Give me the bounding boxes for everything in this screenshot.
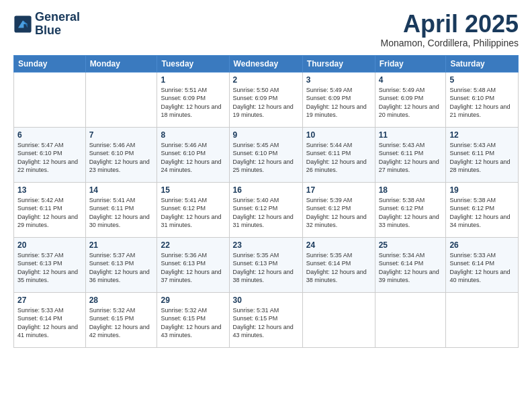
- sunrise-text: Sunrise: 5:43 AM: [379, 141, 443, 150]
- calendar-week-4: 20Sunrise: 5:37 AMSunset: 6:13 PMDayligh…: [14, 237, 519, 292]
- day-info: Sunrise: 5:46 AMSunset: 6:10 PMDaylight:…: [161, 141, 225, 175]
- header-thursday: Thursday: [302, 55, 375, 72]
- header-saturday: Saturday: [446, 55, 519, 72]
- sunrise-text: Sunrise: 5:49 AM: [306, 86, 371, 95]
- sunset-text: Sunset: 6:13 PM: [89, 259, 154, 268]
- day-number: 15: [161, 185, 225, 195]
- daylight-text: Daylight: 12 hours and 21 minutes.: [449, 103, 515, 120]
- calendar-cell: 26Sunrise: 5:33 AMSunset: 6:14 PMDayligh…: [446, 237, 519, 292]
- day-info: Sunrise: 5:41 AMSunset: 6:12 PMDaylight:…: [161, 196, 225, 230]
- sunset-text: Sunset: 6:09 PM: [161, 94, 225, 103]
- day-number: 24: [306, 240, 371, 250]
- day-info: Sunrise: 5:46 AMSunset: 6:10 PMDaylight:…: [89, 141, 154, 175]
- calendar-cell: 7Sunrise: 5:46 AMSunset: 6:10 PMDaylight…: [85, 127, 157, 182]
- sunset-text: Sunset: 6:12 PM: [379, 204, 443, 213]
- calendar-cell: 11Sunrise: 5:43 AMSunset: 6:11 PMDayligh…: [375, 127, 446, 182]
- sunset-text: Sunset: 6:14 PM: [449, 259, 515, 268]
- day-info: Sunrise: 5:32 AMSunset: 6:15 PMDaylight:…: [89, 306, 154, 340]
- daylight-text: Daylight: 12 hours and 43 minutes.: [161, 323, 225, 340]
- sunrise-text: Sunrise: 5:44 AM: [306, 141, 371, 150]
- calendar-cell: 15Sunrise: 5:41 AMSunset: 6:12 PMDayligh…: [157, 182, 229, 237]
- day-info: Sunrise: 5:40 AMSunset: 6:12 PMDaylight:…: [233, 196, 299, 230]
- day-number: 25: [379, 240, 443, 250]
- day-info: Sunrise: 5:49 AMSunset: 6:09 PMDaylight:…: [306, 86, 371, 120]
- header-friday: Friday: [375, 55, 446, 72]
- calendar-table: Sunday Monday Tuesday Wednesday Thursday…: [13, 55, 519, 348]
- sunrise-text: Sunrise: 5:38 AM: [449, 196, 515, 205]
- calendar-cell: 20Sunrise: 5:37 AMSunset: 6:13 PMDayligh…: [14, 237, 86, 292]
- daylight-text: Daylight: 12 hours and 24 minutes.: [161, 158, 225, 175]
- sunrise-text: Sunrise: 5:40 AM: [233, 196, 299, 205]
- title-block: April 2025 Monamon, Cordillera, Philippi…: [381, 11, 519, 48]
- sunset-text: Sunset: 6:12 PM: [306, 204, 371, 213]
- calendar-cell: [14, 72, 86, 127]
- day-info: Sunrise: 5:37 AMSunset: 6:13 PMDaylight:…: [17, 251, 82, 285]
- day-info: Sunrise: 5:50 AMSunset: 6:09 PMDaylight:…: [233, 86, 299, 120]
- day-info: Sunrise: 5:35 AMSunset: 6:13 PMDaylight:…: [233, 251, 299, 285]
- daylight-text: Daylight: 12 hours and 41 minutes.: [17, 323, 82, 340]
- calendar-cell: [302, 292, 375, 347]
- day-info: Sunrise: 5:43 AMSunset: 6:11 PMDaylight:…: [379, 141, 443, 175]
- sunrise-text: Sunrise: 5:35 AM: [306, 251, 371, 260]
- day-info: Sunrise: 5:47 AMSunset: 6:10 PMDaylight:…: [17, 141, 82, 175]
- day-info: Sunrise: 5:43 AMSunset: 6:11 PMDaylight:…: [449, 141, 515, 175]
- day-info: Sunrise: 5:39 AMSunset: 6:12 PMDaylight:…: [306, 196, 371, 230]
- day-number: 10: [306, 130, 371, 140]
- day-number: 20: [17, 240, 82, 250]
- day-info: Sunrise: 5:36 AMSunset: 6:13 PMDaylight:…: [161, 251, 225, 285]
- header-sunday: Sunday: [14, 55, 86, 72]
- calendar-cell: [446, 292, 519, 347]
- day-info: Sunrise: 5:44 AMSunset: 6:11 PMDaylight:…: [306, 141, 371, 175]
- sunrise-text: Sunrise: 5:31 AM: [233, 306, 299, 315]
- sunrise-text: Sunrise: 5:37 AM: [89, 251, 154, 260]
- daylight-text: Daylight: 12 hours and 19 minutes.: [306, 103, 371, 120]
- daylight-text: Daylight: 12 hours and 25 minutes.: [233, 158, 299, 175]
- day-info: Sunrise: 5:42 AMSunset: 6:11 PMDaylight:…: [17, 196, 82, 230]
- calendar-cell: 23Sunrise: 5:35 AMSunset: 6:13 PMDayligh…: [229, 237, 302, 292]
- daylight-text: Daylight: 12 hours and 29 minutes.: [17, 213, 82, 230]
- daylight-text: Daylight: 12 hours and 37 minutes.: [161, 268, 225, 285]
- day-number: 26: [449, 240, 515, 250]
- day-number: 2: [233, 75, 299, 85]
- day-info: Sunrise: 5:33 AMSunset: 6:14 PMDaylight:…: [17, 306, 82, 340]
- day-number: 19: [449, 185, 515, 195]
- calendar-cell: 10Sunrise: 5:44 AMSunset: 6:11 PMDayligh…: [302, 127, 375, 182]
- day-number: 23: [233, 240, 299, 250]
- calendar-cell: [375, 292, 446, 347]
- sunrise-text: Sunrise: 5:51 AM: [161, 86, 225, 95]
- sunrise-text: Sunrise: 5:37 AM: [17, 251, 82, 260]
- day-number: 28: [89, 295, 154, 305]
- header-tuesday: Tuesday: [157, 55, 229, 72]
- day-info: Sunrise: 5:41 AMSunset: 6:11 PMDaylight:…: [89, 196, 154, 230]
- daylight-text: Daylight: 12 hours and 23 minutes.: [89, 158, 154, 175]
- daylight-text: Daylight: 12 hours and 28 minutes.: [449, 158, 515, 175]
- sunset-text: Sunset: 6:13 PM: [233, 259, 299, 268]
- calendar-cell: 4Sunrise: 5:49 AMSunset: 6:09 PMDaylight…: [375, 72, 446, 127]
- sunrise-text: Sunrise: 5:46 AM: [161, 141, 225, 150]
- daylight-text: Daylight: 12 hours and 22 minutes.: [17, 158, 82, 175]
- calendar-week-5: 27Sunrise: 5:33 AMSunset: 6:14 PMDayligh…: [14, 292, 519, 347]
- day-number: 17: [306, 185, 371, 195]
- day-number: 13: [17, 185, 82, 195]
- sunrise-text: Sunrise: 5:41 AM: [89, 196, 154, 205]
- sunrise-text: Sunrise: 5:43 AM: [449, 141, 515, 150]
- day-number: 27: [17, 295, 82, 305]
- sunset-text: Sunset: 6:15 PM: [161, 314, 225, 323]
- sunrise-text: Sunrise: 5:36 AM: [161, 251, 225, 260]
- sunset-text: Sunset: 6:10 PM: [17, 149, 82, 158]
- sunset-text: Sunset: 6:12 PM: [449, 204, 515, 213]
- daylight-text: Daylight: 12 hours and 35 minutes.: [17, 268, 82, 285]
- day-info: Sunrise: 5:38 AMSunset: 6:12 PMDaylight:…: [379, 196, 443, 230]
- daylight-text: Daylight: 12 hours and 42 minutes.: [89, 323, 154, 340]
- daylight-text: Daylight: 12 hours and 31 minutes.: [161, 213, 225, 230]
- sunrise-text: Sunrise: 5:38 AM: [379, 196, 443, 205]
- daylight-text: Daylight: 12 hours and 40 minutes.: [449, 268, 515, 285]
- sunset-text: Sunset: 6:11 PM: [379, 149, 443, 158]
- day-info: Sunrise: 5:32 AMSunset: 6:15 PMDaylight:…: [161, 306, 225, 340]
- sunrise-text: Sunrise: 5:47 AM: [17, 141, 82, 150]
- day-number: 12: [449, 130, 515, 140]
- day-number: 6: [17, 130, 82, 140]
- calendar-cell: 3Sunrise: 5:49 AMSunset: 6:09 PMDaylight…: [302, 72, 375, 127]
- sunset-text: Sunset: 6:10 PM: [449, 94, 515, 103]
- sunrise-text: Sunrise: 5:42 AM: [17, 196, 82, 205]
